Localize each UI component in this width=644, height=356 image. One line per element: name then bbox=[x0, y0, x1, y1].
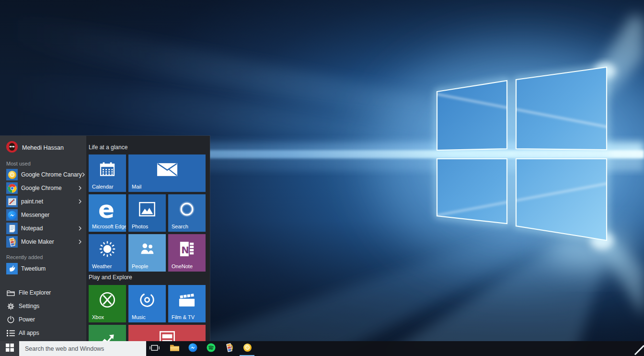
tile-news[interactable] bbox=[128, 325, 206, 341]
taskbar-file-explorer-button[interactable] bbox=[165, 341, 184, 356]
chrome-canary-icon bbox=[243, 343, 252, 354]
film-tv-icon bbox=[168, 285, 206, 315]
chevron-right-icon[interactable] bbox=[79, 239, 81, 244]
tile-label: Xbox bbox=[92, 314, 104, 320]
taskbar-chrome-canary-button[interactable] bbox=[238, 341, 256, 356]
tile-label: People bbox=[132, 263, 148, 269]
music-icon bbox=[128, 285, 166, 315]
tile-mail[interactable]: Mail bbox=[128, 154, 206, 192]
start-menu: Mehedi Hassan Most used Google Chrome Ca… bbox=[0, 136, 210, 341]
user-avatar bbox=[6, 141, 18, 154]
tile-label: Mail bbox=[132, 184, 141, 190]
power-icon bbox=[6, 316, 15, 324]
tweetium-icon bbox=[6, 263, 18, 274]
start-item-tweetium[interactable]: Tweetium bbox=[0, 262, 86, 275]
taskbar-search-input[interactable] bbox=[19, 341, 146, 356]
settings-icon bbox=[6, 302, 15, 310]
all-apps-icon bbox=[6, 330, 15, 337]
tile-label: Calendar bbox=[92, 184, 114, 190]
messenger-icon bbox=[188, 343, 197, 354]
start-item-chrome-canary[interactable]: Google Chrome Canary bbox=[0, 168, 86, 181]
chrome-icon bbox=[6, 182, 18, 194]
start-item-all-apps[interactable]: All apps bbox=[0, 326, 86, 340]
paintnet-icon bbox=[6, 196, 18, 207]
recently-added-header: Recently added bbox=[6, 254, 43, 260]
start-item-settings[interactable]: Settings bbox=[0, 299, 86, 313]
tile-music[interactable]: Music bbox=[128, 285, 166, 322]
tile-label: OneNote bbox=[172, 263, 193, 269]
movie-maker-icon bbox=[6, 236, 18, 248]
tile-label: Music bbox=[132, 314, 146, 320]
desktop: Mehedi Hassan Most used Google Chrome Ca… bbox=[0, 0, 644, 356]
taskbar-spotify-button[interactable] bbox=[202, 341, 220, 356]
taskbar bbox=[0, 341, 644, 356]
start-menu-left-rail: Mehedi Hassan Most used Google Chrome Ca… bbox=[0, 136, 86, 341]
svg-text:N: N bbox=[181, 245, 189, 256]
chrome-canary-icon bbox=[6, 169, 18, 180]
edge-icon: e bbox=[89, 194, 126, 224]
svg-text:e: e bbox=[98, 198, 115, 221]
taskbar-movie-maker-button[interactable] bbox=[220, 341, 238, 356]
sun-icon bbox=[89, 234, 126, 264]
windows-logo-icon bbox=[6, 344, 14, 354]
tile-group-header: Play and Explore bbox=[89, 274, 132, 281]
messenger-icon bbox=[6, 209, 18, 221]
chevron-right-icon[interactable] bbox=[79, 199, 81, 204]
tile-group-header: Life at a glance bbox=[89, 144, 127, 151]
task-view-icon bbox=[150, 344, 160, 354]
tile-microsoft-edge[interactable]: e Microsoft Edge bbox=[89, 194, 126, 232]
cortana-ring-icon bbox=[168, 194, 206, 224]
tile-label: Photos bbox=[132, 224, 148, 229]
tile-calendar[interactable]: Calendar bbox=[89, 154, 126, 192]
task-view-button[interactable] bbox=[146, 341, 163, 356]
start-item-notepad[interactable]: Notepad bbox=[0, 222, 86, 235]
chevron-right-icon[interactable] bbox=[79, 226, 81, 231]
tile-weather[interactable]: Weather bbox=[89, 234, 126, 272]
taskbar-messenger-button[interactable] bbox=[184, 341, 202, 356]
onenote-icon: N bbox=[168, 234, 206, 264]
xbox-icon bbox=[89, 285, 126, 315]
start-item-movie-maker[interactable]: Movie Maker bbox=[0, 235, 86, 249]
calendar-icon bbox=[89, 154, 126, 184]
tile-film-tv[interactable]: Film & TV bbox=[168, 285, 206, 322]
tile-onenote[interactable]: N OneNote bbox=[168, 234, 206, 272]
folder-icon bbox=[170, 344, 180, 354]
start-item-chrome[interactable]: Google Chrome bbox=[0, 181, 86, 195]
start-item-power[interactable]: Power bbox=[0, 313, 86, 326]
tile-label: Microsoft Edge bbox=[92, 224, 126, 229]
start-button[interactable] bbox=[0, 341, 19, 356]
tile-people[interactable]: People bbox=[128, 234, 166, 272]
chevron-right-icon[interactable] bbox=[82, 172, 85, 177]
spotify-icon bbox=[207, 343, 216, 354]
tile-label: Weather bbox=[92, 263, 112, 269]
tile-label: Film & TV bbox=[172, 314, 195, 320]
notepad-icon bbox=[6, 223, 18, 234]
start-menu-tiles: Life at a glance bbox=[86, 136, 210, 341]
start-item-paintnet[interactable]: paint.net bbox=[0, 195, 86, 208]
news-icon bbox=[128, 325, 206, 341]
start-item-messenger[interactable]: Messenger bbox=[0, 208, 86, 222]
chevron-right-icon[interactable] bbox=[79, 186, 81, 190]
mail-icon bbox=[128, 154, 206, 184]
people-icon bbox=[128, 234, 166, 264]
most-used-header: Most used bbox=[6, 161, 31, 166]
tile-label: Search bbox=[172, 224, 188, 229]
tile-money[interactable] bbox=[89, 325, 126, 341]
tile-photos[interactable]: Photos bbox=[128, 194, 166, 232]
file-explorer-icon bbox=[6, 289, 15, 297]
money-chart-icon bbox=[89, 325, 126, 341]
start-item-file-explorer[interactable]: File Explorer bbox=[0, 286, 86, 299]
photos-icon bbox=[128, 194, 166, 224]
user-name: Mehedi Hassan bbox=[22, 144, 64, 151]
tile-xbox[interactable]: Xbox bbox=[89, 285, 126, 322]
movie-maker-icon bbox=[225, 343, 234, 354]
taskbar-search bbox=[19, 341, 146, 356]
user-account-button[interactable]: Mehedi Hassan bbox=[6, 142, 64, 154]
tile-search[interactable]: Search bbox=[168, 194, 206, 232]
